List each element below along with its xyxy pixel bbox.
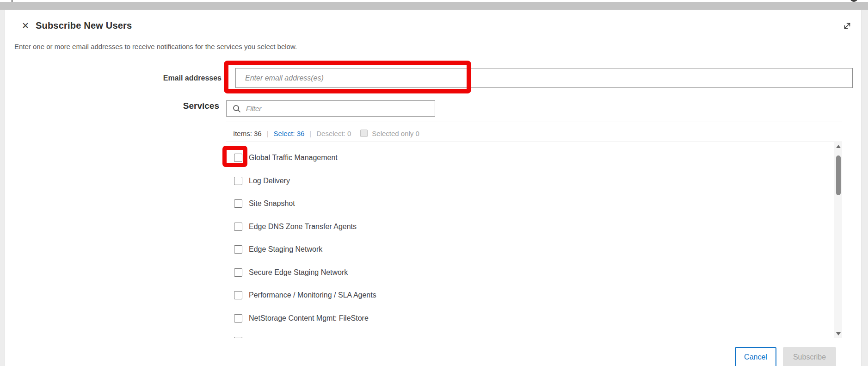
subscribe-button[interactable]: Subscribe (783, 347, 836, 366)
expand-icon[interactable] (842, 21, 852, 31)
service-row: Log Delivery (234, 173, 290, 189)
scroll-down-icon[interactable] (836, 332, 841, 335)
search-icon (232, 104, 241, 113)
selected-only-checkbox[interactable] (360, 130, 368, 137)
service-row: Edge Staging Network (234, 241, 322, 258)
separator: | (267, 130, 269, 137)
service-row: Global Traffic Management (234, 149, 338, 166)
service-checkbox[interactable] (234, 291, 242, 299)
items-count: Items: 36 (233, 130, 262, 137)
cancel-button[interactable]: Cancel (735, 347, 776, 366)
service-row: Secure Edge Staging Network (234, 264, 348, 281)
scroll-up-icon[interactable] (836, 145, 841, 148)
select-all-link[interactable]: Select: 36 (274, 130, 305, 137)
service-label: Performance / Monitoring / SLA Agents (249, 291, 376, 299)
subscribe-new-users-modal: ✕ Subscribe New Users Enter one or more … (5, 10, 862, 366)
service-label: Secure Edge Staging Network (249, 268, 348, 277)
service-checkbox[interactable] (234, 154, 242, 162)
service-checkbox[interactable] (234, 223, 242, 231)
page-title: Subscribe New Users (36, 20, 132, 31)
service-label: Site Snapshot (249, 199, 295, 208)
service-row: Site Snapshot (234, 195, 295, 212)
scrollbar-thumb[interactable] (836, 155, 841, 195)
service-label: Global Traffic Management (249, 154, 338, 162)
overlay-backdrop-bar (0, 2, 868, 10)
service-checkbox[interactable] (234, 245, 242, 254)
service-label: Log Delivery (249, 177, 290, 185)
services-list: Global Traffic Management Log Delivery S… (226, 142, 834, 338)
selected-only-label: Selected only 0 (372, 130, 419, 137)
service-row: Edge DNS Zone Transfer Agents (234, 218, 357, 235)
modal-description: Enter one or more email addresses to rec… (14, 43, 297, 50)
divider (226, 122, 842, 122)
service-checkbox[interactable] (234, 314, 242, 323)
email-addresses-input[interactable] (235, 68, 853, 88)
email-addresses-label: Email addresses (121, 74, 222, 82)
service-checkbox[interactable] (234, 177, 242, 185)
service-label: Edge Staging Network (249, 245, 322, 254)
deselect-all-link[interactable]: Deselect: 0 (316, 130, 351, 137)
service-row: NetStorage Content Mgmt: FileStore (234, 310, 369, 327)
close-icon[interactable]: ✕ (20, 20, 31, 31)
service-checkbox[interactable] (234, 268, 242, 277)
selection-summary-row: Items: 36 | Select: 36 | Deselect: 0 Sel… (233, 126, 419, 141)
service-label: Edge DNS Zone Transfer Agents (249, 223, 357, 231)
separator: | (309, 130, 311, 137)
service-checkbox[interactable] (234, 199, 242, 208)
services-filter-box (226, 100, 435, 117)
service-label: NetStorage Content Mgmt: FileStore (249, 314, 369, 323)
vertical-scrollbar[interactable] (834, 142, 842, 338)
service-checkbox[interactable] (234, 337, 242, 338)
services-filter-input[interactable] (246, 105, 430, 112)
service-row-partial (234, 333, 249, 338)
service-row: Performance / Monitoring / SLA Agents (234, 287, 376, 304)
services-label: Services (135, 101, 219, 111)
